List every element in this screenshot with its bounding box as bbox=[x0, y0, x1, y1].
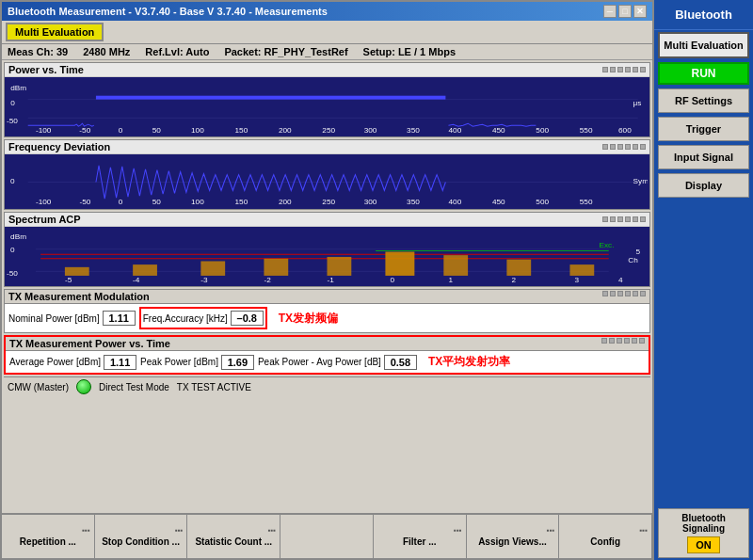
dot5 bbox=[633, 216, 638, 222]
tx-mod-annotation: TX发射频偏 bbox=[279, 311, 338, 327]
svg-text:200: 200 bbox=[279, 198, 292, 206]
acp-chart-title: Spectrum ACP bbox=[5, 213, 649, 227]
stop-dots: ▪▪▪ bbox=[97, 526, 185, 535]
statistic-count-button[interactable]: ▪▪▪ Statistic Count ... bbox=[187, 515, 280, 558]
sidebar: Bluetooth Multi Evaluation RUN RF Settin… bbox=[654, 0, 753, 560]
acp-svg: dBm 0 -50 -5 -4 -3 -2 -1 0 1 2 3 4 bbox=[7, 229, 648, 284]
svg-text:4: 4 bbox=[618, 277, 623, 284]
sidebar-spacer bbox=[654, 200, 753, 506]
svg-text:150: 150 bbox=[234, 198, 248, 206]
svg-rect-71 bbox=[569, 264, 594, 276]
peak-avg-label: Peak Power - Avg Power [dB] bbox=[258, 357, 381, 367]
svg-text:-1: -1 bbox=[328, 277, 334, 284]
avg-power-field: Average Power [dBm] 1.11 bbox=[9, 355, 136, 370]
sidebar-item-multi-eval[interactable]: Multi Evaluation bbox=[658, 32, 749, 58]
stop-condition-button[interactable]: ▪▪▪ Stop Condition ... bbox=[95, 515, 188, 558]
bluetooth-signaling-panel[interactable]: Bluetooth Signaling ON bbox=[658, 508, 749, 558]
assign-dots: ▪▪▪ bbox=[469, 526, 557, 535]
tx-mod-content: Nominal Power [dBm] 1.11 Freq.Accuracy [… bbox=[5, 304, 649, 332]
power-vs-time-panel: Power vs. Time dBm 0 -50 bbox=[4, 62, 650, 137]
svg-text:Sym: Sym bbox=[633, 178, 648, 186]
on-badge: ON bbox=[687, 536, 720, 553]
nominal-power-label: Nominal Power [dBm] bbox=[8, 313, 100, 324]
dot6 bbox=[640, 216, 646, 222]
svg-text:-5: -5 bbox=[65, 277, 72, 284]
freq-acc-field: Freq.Accuracy [kHz] –0.8 bbox=[139, 307, 267, 329]
peak-power-field: Peak Power [dBm] 1.69 bbox=[140, 355, 254, 370]
sidebar-item-trigger[interactable]: Trigger bbox=[658, 117, 749, 141]
svg-rect-63 bbox=[65, 267, 89, 276]
svg-text:350: 350 bbox=[407, 198, 420, 206]
svg-text:-50: -50 bbox=[7, 117, 18, 125]
svg-text:0: 0 bbox=[10, 99, 15, 107]
svg-text:500: 500 bbox=[536, 126, 549, 135]
svg-text:-2: -2 bbox=[264, 277, 270, 284]
svg-rect-68 bbox=[385, 252, 414, 276]
empty-button bbox=[280, 515, 374, 558]
sidebar-item-input-signal[interactable]: Input Signal bbox=[658, 145, 749, 169]
svg-text:0: 0 bbox=[119, 198, 123, 206]
title-bar: Bluetooth Measurement - V3.7.40 - Base V… bbox=[2, 2, 652, 21]
sidebar-item-rf-settings[interactable]: RF Settings bbox=[658, 88, 749, 113]
stat-dots: ▪▪▪ bbox=[189, 526, 278, 535]
dot3 bbox=[617, 67, 623, 72]
repetition-button[interactable]: ▪▪▪ Repetition ... bbox=[2, 515, 95, 558]
dot1 bbox=[602, 216, 608, 222]
cmw-master: CMW (Master) bbox=[8, 382, 69, 392]
maximize-button[interactable]: □ bbox=[618, 5, 632, 18]
svg-text:400: 400 bbox=[448, 198, 461, 206]
pvt-chart-title: Power vs. Time bbox=[5, 63, 649, 77]
svg-text:350: 350 bbox=[407, 126, 420, 135]
svg-text:600: 600 bbox=[618, 126, 632, 135]
freq-acc-value: –0.8 bbox=[231, 311, 264, 326]
svg-text:1: 1 bbox=[448, 277, 453, 284]
config-dots: ▪▪▪ bbox=[561, 526, 649, 535]
meas-info-bar: Meas Ch: 39 2480 MHz Ref.Lvl: Auto Packe… bbox=[2, 44, 652, 60]
svg-text:-3: -3 bbox=[200, 277, 207, 284]
svg-rect-64 bbox=[133, 264, 157, 276]
svg-rect-22 bbox=[96, 96, 445, 100]
svg-text:550: 550 bbox=[580, 198, 593, 206]
green-circle-icon bbox=[76, 379, 91, 394]
acp-dots bbox=[602, 216, 646, 222]
svg-text:250: 250 bbox=[322, 198, 335, 206]
svg-text:100: 100 bbox=[191, 126, 204, 135]
svg-text:3: 3 bbox=[575, 277, 580, 284]
dot6 bbox=[640, 144, 646, 150]
pvt-svg: dBm 0 -50 -100 -50 0 50 100 150 200 250 … bbox=[7, 79, 648, 135]
fd-chart-title: Frequency Deviation bbox=[5, 140, 649, 154]
multi-eval-button[interactable]: Multi Evaluation bbox=[6, 23, 104, 41]
repetition-dots: ▪▪▪ bbox=[4, 526, 92, 535]
svg-text:450: 450 bbox=[492, 198, 505, 206]
sidebar-title: Bluetooth bbox=[654, 0, 753, 30]
dot1 bbox=[602, 67, 608, 72]
svg-text:550: 550 bbox=[580, 126, 593, 135]
peak-power-label: Peak Power [dBm] bbox=[140, 357, 218, 367]
tx-power-content: Average Power [dBm] 1.11 Peak Power [dBm… bbox=[6, 351, 649, 373]
fd-dots bbox=[602, 144, 646, 150]
svg-text:Ch: Ch bbox=[628, 257, 638, 264]
setup: Setup: LE / 1 Mbps bbox=[363, 46, 456, 57]
close-button[interactable]: ✕ bbox=[633, 5, 647, 18]
svg-text:Exc.: Exc. bbox=[599, 241, 614, 248]
svg-text:300: 300 bbox=[364, 198, 377, 206]
pvt-chart-body: dBm 0 -50 -100 -50 0 50 100 150 200 250 … bbox=[5, 77, 649, 136]
config-button[interactable]: ▪▪▪ Config bbox=[559, 515, 652, 558]
minimize-button[interactable]: ─ bbox=[603, 5, 617, 18]
filter-dots: ▪▪▪ bbox=[376, 526, 464, 535]
run-button[interactable]: RUN bbox=[658, 62, 749, 85]
acp-chart-body: dBm 0 -50 -5 -4 -3 -2 -1 0 1 2 3 4 bbox=[5, 227, 649, 286]
sidebar-item-display[interactable]: Display bbox=[658, 173, 749, 198]
svg-rect-65 bbox=[200, 261, 225, 275]
svg-text:50: 50 bbox=[152, 198, 162, 206]
dot5 bbox=[633, 67, 638, 72]
status-bar: CMW (Master) Direct Test Mode TX TEST AC… bbox=[4, 376, 650, 396]
svg-rect-66 bbox=[264, 259, 288, 276]
tx-power-dots bbox=[601, 338, 645, 349]
svg-text:-50: -50 bbox=[7, 269, 19, 277]
assign-views-button[interactable]: ▪▪▪ Assign Views... bbox=[467, 515, 560, 558]
filter-button[interactable]: ▪▪▪ Filter ... bbox=[374, 515, 467, 558]
tx-power-annotation: TX平均发射功率 bbox=[428, 354, 510, 370]
pvt-dots bbox=[602, 67, 646, 72]
svg-text:0: 0 bbox=[119, 126, 123, 135]
